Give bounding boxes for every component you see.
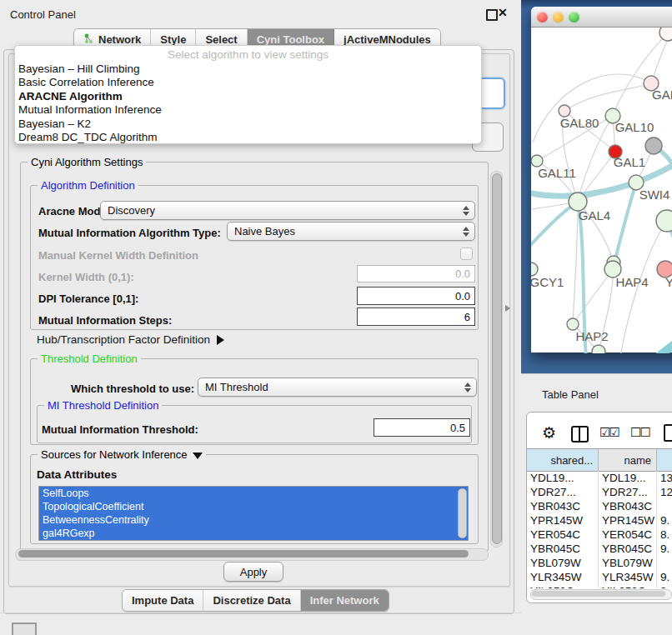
splitter-arrow-icon[interactable] [505,305,510,312]
list-item[interactable]: SelfLoops [39,487,468,500]
list-item[interactable]: BetweennessCentrality [39,513,468,527]
table-cell[interactable]: YIL052C [599,584,657,588]
table-cell[interactable]: 12 [657,485,672,499]
manual-kernel-width-checkbox[interactable] [460,248,473,260]
node-label: GAL1 [614,155,645,169]
mi-threshold-field[interactable]: 0.5 [374,418,470,437]
network-edge[interactable] [573,202,578,324]
network-node[interactable] [592,345,605,353]
table-row[interactable]: YBR043CYBR043C [527,499,672,513]
aracne-mode-combobox[interactable]: Discovery [100,201,475,220]
minimize-window-icon[interactable] [553,12,564,22]
table-cell[interactable]: 9. [657,570,672,584]
table-cell[interactable] [657,556,672,570]
apply-button[interactable]: Apply [223,562,283,582]
table-cell[interactable]: YBR045C [599,542,657,556]
table-cell[interactable]: YDR27... [599,485,657,499]
table-header-row: shared... name [527,448,672,472]
column-header-partial[interactable] [657,449,672,471]
kernel-width-field[interactable]: 0.0 [357,265,475,282]
network-node-gcy1[interactable] [531,262,538,276]
node-label: HAP2 [575,329,608,343]
table-cell[interactable]: YDR27... [527,485,599,499]
settings-vscrollbar-thumb[interactable] [492,173,502,544]
mi-steps-field[interactable]: 6 [357,308,475,326]
table-cell[interactable]: 13 [657,471,672,485]
close-panel-icon[interactable]: ✕ [498,6,508,19]
zoom-window-icon[interactable] [569,12,579,22]
tab-impute-data[interactable]: Impute Data [123,590,203,611]
network-edge-highlighted[interactable] [634,344,672,353]
network-edge-highlighted[interactable] [531,202,578,255]
table-cell[interactable]: 9. [657,584,672,588]
app-window: Control Panel ✕ Network Style Select Cyn… [0,0,672,635]
dropdown-item-aracne[interactable]: ARACNE Algorithm [15,90,481,103]
network-canvas[interactable]: GALGAL80GAL10GAL1GAL11GAL4SWI4GCY1HAP4YH… [531,28,672,353]
table-cell[interactable]: YIL052C [527,584,599,588]
select-all-icon[interactable]: ☑☑ [599,425,619,440]
float-panel-icon[interactable] [486,9,498,21]
dpi-tolerance-field[interactable]: 0.0 [357,287,475,305]
table-row[interactable]: YDR27...YDR27...12 [527,485,672,499]
table-row[interactable]: YIL052CYIL052C9. [527,584,672,588]
network-view-window[interactable]: GALGAL80GAL10GAL1GAL11GAL4SWI4GCY1HAP4YH… [531,7,672,352]
table-cell[interactable]: YBL079W [527,556,599,570]
table-row[interactable]: YBL079WYBL079W [527,556,672,570]
network-window-titlebar[interactable] [531,7,672,28]
which-threshold-combobox[interactable]: MI Threshold [198,378,477,397]
table-cell[interactable]: YBL079W [599,556,657,570]
list-scrollbar-thumb[interactable] [458,488,467,538]
columns-icon[interactable] [571,426,589,442]
tab-infer-network[interactable]: Infer Network [301,590,389,611]
dropdown-item-mutual-information[interactable]: Mutual Information Inference [15,103,481,117]
network-node[interactable] [659,28,672,41]
list-item[interactable]: TopologicalCoefficient [39,500,468,513]
table-cell[interactable]: YDL19... [527,471,599,485]
document-icon[interactable] [664,424,672,442]
table-cell[interactable]: YBR043C [599,499,657,513]
table-row[interactable]: YBR045CYBR045C9. [527,542,672,556]
dropdown-item-bayesian-hill-climbing[interactable]: Bayesian – Hill Climbing [15,62,481,76]
bottom-corner-widget[interactable] [12,622,37,635]
table-cell[interactable]: YLR345W [527,570,599,584]
table-cell[interactable]: 8. [657,528,672,542]
table-hscrollbar-thumb[interactable] [532,591,665,597]
table-cell[interactable]: YPR145W [527,513,599,528]
table-row[interactable]: YDL19...YDL19...13 [527,471,672,485]
mi-algorithm-type-combobox[interactable]: Naive Bayes [227,222,475,241]
network-node-gal11[interactable] [531,155,543,167]
table-cell[interactable]: YBR043C [527,499,599,513]
dropdown-item-bayesian-k2[interactable]: Bayesian – K2 [15,118,481,131]
list-item[interactable]: gal4RGexp [39,527,468,540]
table-row[interactable]: YLR345WYLR345W9. [527,570,672,584]
column-header-name[interactable]: name [599,449,657,471]
table-cell[interactable]: 9. [657,513,672,528]
network-node[interactable] [645,138,662,154]
data-attributes-label: Data Attributes [37,468,117,481]
network-node-hap2[interactable] [567,318,579,330]
table-row[interactable]: YER054CYER054C8. [527,528,672,542]
table-cell[interactable] [657,499,672,513]
deselect-all-icon[interactable]: ☐☐ [630,425,649,440]
network-node-swi4[interactable] [656,210,672,232]
network-edge[interactable] [564,83,651,111]
hub-definition-expander[interactable]: Hub/Transcription Factor Definition [37,333,224,346]
gear-icon[interactable]: ⚙ [542,423,556,442]
table-row[interactable]: YPR145WYPR145W9. [527,513,672,528]
table-cell[interactable]: YER054C [599,528,657,542]
close-window-icon[interactable] [537,12,548,22]
table-cell[interactable]: YPR145W [599,513,657,528]
dropdown-item-dream8[interactable]: Dream8 DC_TDC Algorithm [15,131,481,144]
settings-hscrollbar-thumb[interactable] [18,550,469,558]
table-cell[interactable]: YBR045C [527,542,599,556]
tab-discretize-data[interactable]: Discretize Data [203,590,300,611]
network-node-gal80[interactable] [559,105,570,117]
dropdown-item-basic-correlation[interactable]: Basic Correlation Inference [15,76,481,89]
network-edge[interactable] [613,34,668,116]
table-cell[interactable]: YER054C [527,528,599,542]
table-cell[interactable]: YDL19... [599,471,657,485]
table-cell[interactable]: 9. [657,542,672,556]
column-header-shared-name[interactable]: shared... [527,449,599,471]
table-cell[interactable]: YLR345W [599,570,657,584]
sources-title[interactable]: Sources for Network Inference [38,448,206,461]
